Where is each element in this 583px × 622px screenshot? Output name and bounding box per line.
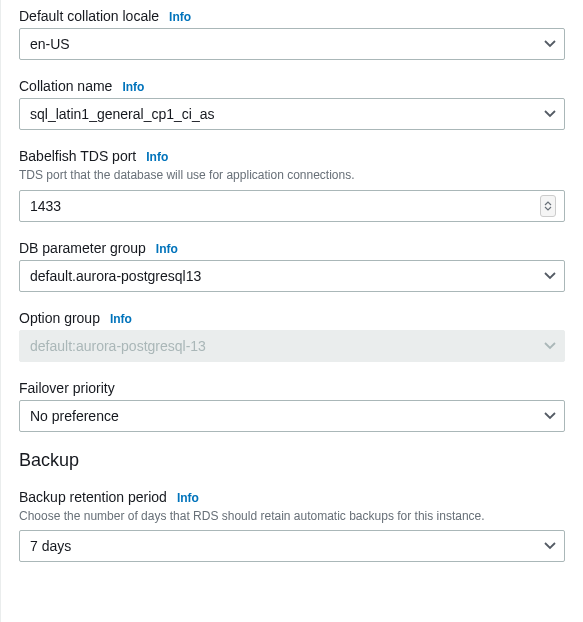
info-link[interactable]: Info — [146, 150, 168, 164]
label-row: Collation name Info — [19, 78, 565, 94]
info-link[interactable]: Info — [177, 491, 199, 505]
info-link[interactable]: Info — [156, 242, 178, 256]
select-backup-retention[interactable]: 7 days — [19, 530, 565, 562]
section-heading-backup: Backup — [19, 450, 565, 471]
select-collation-locale[interactable]: en-US — [19, 28, 565, 60]
info-link[interactable]: Info — [169, 10, 191, 24]
chevron-down-icon — [544, 412, 556, 420]
select-option-group: default:aurora-postgresql-13 — [19, 330, 565, 362]
field-collation-name: Collation name Info sql_latin1_general_c… — [19, 78, 565, 130]
help-tds-port: TDS port that the database will use for … — [19, 168, 565, 184]
chevron-down-icon — [544, 542, 556, 550]
select-param-group[interactable]: default.aurora-postgresql13 — [19, 260, 565, 292]
label-row: Option group Info — [19, 310, 565, 326]
field-param-group: DB parameter group Info default.aurora-p… — [19, 240, 565, 292]
label-row: DB parameter group Info — [19, 240, 565, 256]
input-tds-port[interactable]: 1433 — [19, 190, 565, 222]
label-row: Babelfish TDS port Info — [19, 148, 565, 164]
label-option-group: Option group — [19, 310, 100, 326]
select-value: No preference — [30, 408, 119, 424]
number-spinner[interactable] — [540, 195, 556, 217]
label-row: Backup retention period Info — [19, 489, 565, 505]
label-row: Failover priority — [19, 380, 565, 396]
info-link[interactable]: Info — [122, 80, 144, 94]
label-tds-port: Babelfish TDS port — [19, 148, 136, 164]
select-value: en-US — [30, 36, 70, 52]
label-collation-locale: Default collation locale — [19, 8, 159, 24]
field-option-group: Option group Info default:aurora-postgre… — [19, 310, 565, 362]
chevron-down-icon — [544, 342, 556, 350]
help-backup-retention: Choose the number of days that RDS shoul… — [19, 509, 565, 525]
chevron-down-icon — [544, 272, 556, 280]
select-failover[interactable]: No preference — [19, 400, 565, 432]
field-failover: Failover priority No preference — [19, 380, 565, 432]
chevron-down-icon — [544, 206, 552, 211]
label-row: Default collation locale Info — [19, 8, 565, 24]
label-param-group: DB parameter group — [19, 240, 146, 256]
select-value: 7 days — [30, 538, 71, 554]
chevron-down-icon — [544, 40, 556, 48]
chevron-down-icon — [544, 110, 556, 118]
label-collation-name: Collation name — [19, 78, 112, 94]
select-collation-name[interactable]: sql_latin1_general_cp1_ci_as — [19, 98, 565, 130]
select-value: default.aurora-postgresql13 — [30, 268, 201, 284]
label-failover: Failover priority — [19, 380, 115, 396]
input-value: 1433 — [30, 198, 540, 214]
label-backup-retention: Backup retention period — [19, 489, 167, 505]
select-value: sql_latin1_general_cp1_ci_as — [30, 106, 214, 122]
info-link[interactable]: Info — [110, 312, 132, 326]
field-tds-port: Babelfish TDS port Info TDS port that th… — [19, 148, 565, 222]
field-backup-retention: Backup retention period Info Choose the … — [19, 489, 565, 563]
select-value: default:aurora-postgresql-13 — [30, 338, 206, 354]
field-collation-locale: Default collation locale Info en-US — [19, 8, 565, 60]
